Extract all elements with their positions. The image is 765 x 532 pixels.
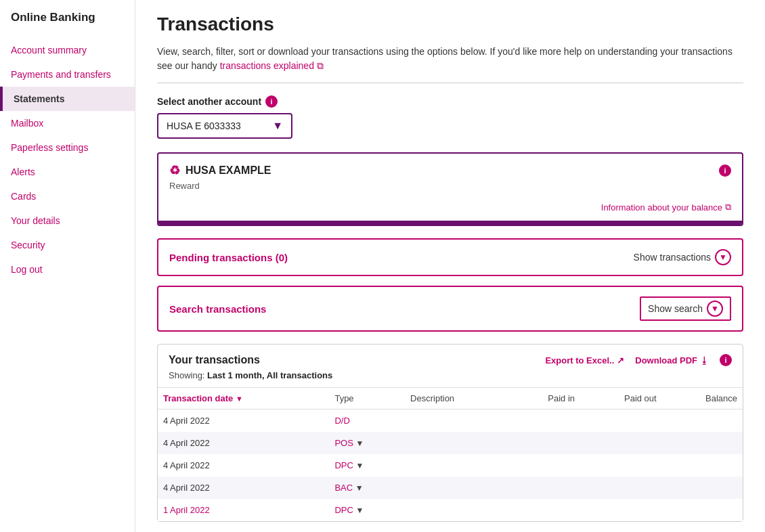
cell-date: 4 April 2022 (158, 476, 329, 499)
cell-date: 1 April 2022 (158, 499, 329, 521)
cell-paid-in (509, 454, 581, 476)
col-type: Type (329, 388, 405, 409)
sidebar-item-security[interactable]: Security (0, 233, 135, 257)
sidebar-item-cards[interactable]: Cards (0, 184, 135, 208)
brand-title: Online Banking (0, 11, 135, 38)
recycle-icon: ♻ (169, 163, 180, 178)
pending-transactions-label: Pending transactions (0) (169, 252, 288, 263)
table-header-row: Transaction date ▼ Type Description Paid… (158, 388, 743, 409)
table-row: 1 April 2022 DPC ▼ (158, 499, 743, 521)
cell-balance (662, 432, 743, 454)
cell-balance (662, 454, 743, 476)
account-card-footer: Information about your balance ⧉ (158, 196, 742, 218)
cell-type: BAC ▼ (329, 476, 405, 499)
sort-icon: ▼ (236, 395, 243, 403)
main-content: Transactions View, search, filter, sort … (135, 0, 765, 532)
sidebar-item-paperless-settings[interactable]: Paperless settings (0, 135, 135, 160)
account-card-name: ♻ HUSA EXAMPLE (169, 163, 271, 178)
showing-text: Showing: Last 1 month, All transactions (158, 370, 743, 387)
account-card-info-icon[interactable]: i (719, 164, 731, 177)
cell-paid-in (509, 476, 581, 499)
search-transactions-section: Search transactions Show search ▼ (157, 286, 743, 332)
cell-paid-in (509, 432, 581, 454)
cell-paid-out (580, 409, 662, 433)
cell-balance (662, 476, 743, 499)
cell-date: 4 April 2022 (158, 432, 329, 454)
transactions-title: Your transactions (169, 354, 260, 366)
chevron-down-icon: ▼ (707, 301, 723, 317)
chevron-down-icon: ▼ (715, 249, 731, 265)
export-excel-link[interactable]: Export to Excel.. ↗ (545, 355, 624, 365)
cell-type: DPC ▼ (329, 499, 405, 521)
sidebar-item-mailbox[interactable]: Mailbox (0, 111, 135, 135)
show-search-button[interactable]: Show search ▼ (640, 296, 731, 321)
transactions-section: Your transactions Export to Excel.. ↗ Do… (157, 344, 743, 522)
col-paid-in: Paid in (509, 388, 581, 409)
cell-description (405, 476, 508, 499)
page-description: View, search, filter, sort or download y… (157, 45, 743, 83)
cell-balance (662, 409, 743, 433)
cell-paid-out (580, 454, 662, 476)
expand-button[interactable]: ▼ (355, 461, 364, 470)
table-row: 4 April 2022 DPC ▼ (158, 454, 743, 476)
col-balance: Balance (662, 388, 743, 409)
sidebar-item-payments-transfers[interactable]: Payments and transfers (0, 62, 135, 87)
cell-type: POS ▼ (329, 432, 405, 454)
show-transactions-button[interactable]: Show transactions ▼ (634, 249, 731, 265)
sidebar: Online Banking Account summary Payments … (0, 0, 135, 532)
balance-info-link[interactable]: Information about your balance ⧉ (601, 202, 731, 213)
sidebar-item-statements[interactable]: Statements (0, 87, 135, 111)
cell-balance (662, 499, 743, 521)
pending-transactions-section: Pending transactions (0) Show transactio… (157, 238, 743, 276)
expand-button[interactable]: ▼ (355, 439, 364, 448)
col-date[interactable]: Transaction date ▼ (158, 388, 329, 409)
cell-date: 4 April 2022 (158, 454, 329, 476)
cell-paid-out (580, 499, 662, 521)
account-card-type: Reward (158, 181, 742, 196)
account-selector-info-icon[interactable]: i (265, 95, 278, 108)
cell-description (405, 454, 508, 476)
transactions-info-icon[interactable]: i (720, 354, 732, 366)
cell-description (405, 409, 508, 433)
cell-paid-out (580, 432, 662, 454)
account-card: ♻ HUSA EXAMPLE i Reward Information abou… (157, 152, 743, 226)
cell-description (405, 432, 508, 454)
sidebar-item-your-details[interactable]: Your details (0, 208, 135, 233)
page-title: Transactions (157, 14, 743, 35)
cell-paid-in (509, 409, 581, 433)
account-selector-label: Select another account i (157, 95, 743, 108)
transactions-table: Transaction date ▼ Type Description Paid… (158, 387, 743, 521)
cell-paid-in (509, 499, 581, 521)
table-row: 4 April 2022 POS ▼ (158, 432, 743, 454)
sidebar-item-log-out[interactable]: Log out (0, 257, 135, 282)
col-description: Description (405, 388, 508, 409)
transactions-actions: Export to Excel.. ↗ Download PDF ⭳ i (545, 354, 732, 366)
account-card-bar (158, 221, 742, 225)
expand-button[interactable]: ▼ (355, 483, 364, 493)
transactions-explained-link[interactable]: transactions explained ⧉ (220, 60, 324, 71)
export-icon: ↗ (617, 355, 624, 365)
sidebar-item-alerts[interactable]: Alerts (0, 160, 135, 184)
account-card-header: ♻ HUSA EXAMPLE i (158, 154, 742, 181)
search-transactions-label: Search transactions (169, 303, 266, 315)
download-icon: ⭳ (700, 355, 709, 365)
col-paid-out: Paid out (580, 388, 662, 409)
download-pdf-link[interactable]: Download PDF ⭳ (635, 355, 709, 365)
cell-paid-out (580, 476, 662, 499)
table-row: 4 April 2022 D/D (158, 409, 743, 433)
transactions-header: Your transactions Export to Excel.. ↗ Do… (158, 345, 743, 370)
sidebar-item-account-summary[interactable]: Account summary (0, 38, 135, 62)
cell-type: DPC ▼ (329, 454, 405, 476)
chevron-down-icon: ▼ (272, 120, 283, 132)
account-dropdown[interactable]: HUSA E 6033333 ▼ (157, 113, 292, 139)
expand-button[interactable]: ▼ (355, 506, 364, 515)
account-selector-section: Select another account i HUSA E 6033333 … (157, 95, 743, 139)
cell-description (405, 499, 508, 521)
table-row: 4 April 2022 BAC ▼ (158, 476, 743, 499)
cell-date: 4 April 2022 (158, 409, 329, 433)
cell-type: D/D (329, 409, 405, 433)
